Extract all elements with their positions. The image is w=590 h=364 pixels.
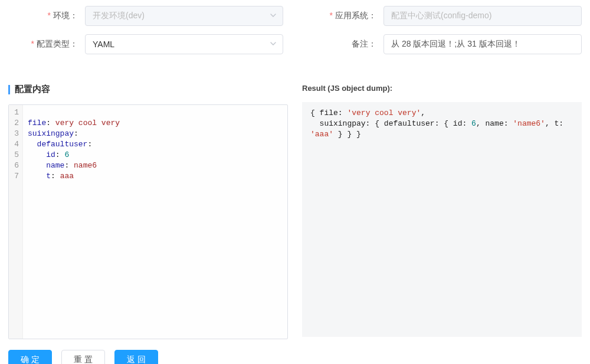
result-panel: Result (JS object dump): { file: 'very c…: [302, 63, 582, 339]
form-item-env: 环境： 开发环境(dev): [8, 6, 283, 26]
button-row: 确 定 重 置 返 回: [8, 350, 582, 364]
code-line: file: very cool very: [28, 118, 283, 129]
form-item-type: 配置类型： YAML: [8, 34, 283, 54]
code-line: t: aaa: [28, 171, 283, 182]
app-value: 配置中心测试(config-demo): [391, 11, 491, 21]
form-row-1: 环境： 开发环境(dev) 应用系统： 配置中心测试(config-demo): [8, 6, 582, 26]
result-label: Result (JS object dump):: [302, 84, 582, 93]
env-label: 环境：: [8, 11, 85, 21]
env-value: 开发环境(dev): [93, 11, 145, 21]
editor-content[interactable]: file: very cool verysuixingpay: defaultu…: [23, 105, 287, 339]
type-select[interactable]: YAML: [85, 34, 283, 54]
section-title: 配置内容: [15, 84, 50, 95]
type-value: YAML: [93, 40, 114, 49]
ok-button[interactable]: 确 定: [8, 350, 52, 364]
content-row: 配置内容 1234567 file: very cool verysuixing…: [8, 63, 582, 339]
code-line: [28, 107, 283, 118]
app-label: 应用系统：: [307, 11, 384, 21]
result-output: { file: 'very cool very', suixingpay: { …: [302, 102, 582, 337]
editor-gutter: 1234567: [9, 105, 23, 339]
remark-label: 备注：: [307, 39, 384, 50]
form-row-2: 配置类型： YAML 备注：: [8, 34, 582, 54]
reset-button[interactable]: 重 置: [61, 350, 105, 364]
back-button[interactable]: 返 回: [114, 350, 158, 364]
chevron-down-icon: [270, 11, 277, 21]
section-header: 配置内容: [8, 84, 288, 95]
code-line: name: name6: [28, 160, 283, 171]
chevron-down-icon: [270, 40, 277, 49]
code-editor[interactable]: 1234567 file: very cool verysuixingpay: …: [8, 104, 288, 339]
section-accent-bar: [8, 85, 10, 94]
editor-panel: 配置内容 1234567 file: very cool verysuixing…: [8, 63, 288, 339]
code-line: defaultuser:: [28, 139, 283, 150]
code-line: suixingpay:: [28, 129, 283, 139]
code-line: id: 6: [28, 150, 283, 160]
type-label: 配置类型：: [8, 39, 85, 50]
form-item-app: 应用系统： 配置中心测试(config-demo): [307, 6, 582, 26]
form-item-remark: 备注：: [307, 34, 582, 54]
env-select[interactable]: 开发环境(dev): [85, 6, 283, 26]
remark-input[interactable]: [384, 34, 582, 54]
app-select[interactable]: 配置中心测试(config-demo): [384, 6, 582, 26]
